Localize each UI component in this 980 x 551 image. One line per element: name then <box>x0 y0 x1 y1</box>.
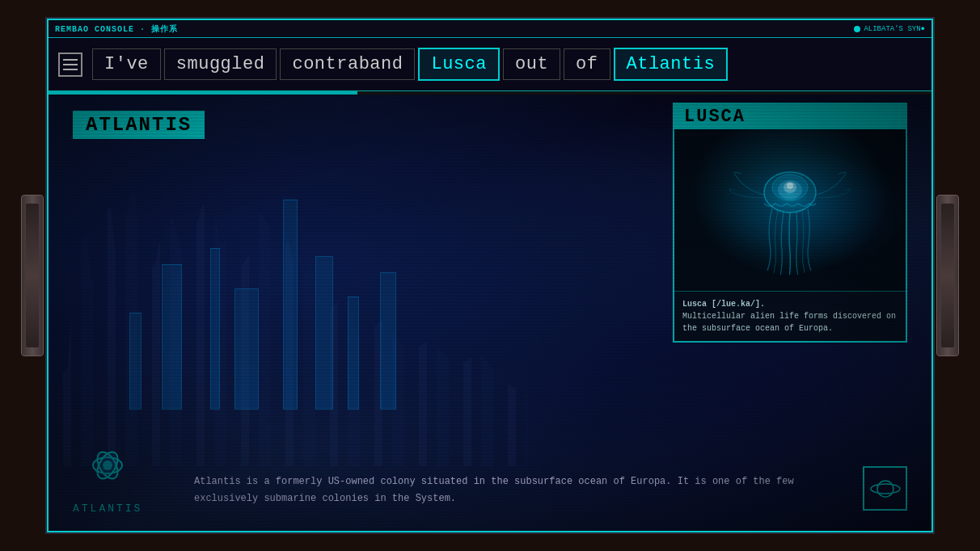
structure-2 <box>162 264 182 410</box>
structure-1 <box>129 313 142 410</box>
console: REMBAO CONSOLE · 操作系 ALIBATA'S SYN● I've… <box>47 19 933 532</box>
structure-6 <box>315 256 333 410</box>
status-dot <box>854 26 860 32</box>
lusca-pronunciation: Lusca [/lue.ka/]. <box>682 300 765 309</box>
status-bar: ALIBATA'S SYN● <box>854 25 925 33</box>
structure-4 <box>234 288 259 410</box>
atlantis-logo-text: ATLANTIS <box>73 503 142 515</box>
bottom-logo: ATLANTIS <box>73 433 142 515</box>
word-atlantis[interactable]: Atlantis <box>614 48 729 81</box>
sentence-bar: I've smuggled contraband Lusca out of At… <box>49 38 931 93</box>
svg-point-11 <box>871 484 900 494</box>
jellyfish-icon <box>725 145 855 275</box>
word-contraband[interactable]: contraband <box>280 48 415 80</box>
console-title: REMBAO CONSOLE · 操作系 <box>55 23 178 35</box>
word-of[interactable]: of <box>564 48 610 80</box>
word-smuggled[interactable]: smuggled <box>164 48 277 80</box>
lusca-card-image <box>674 129 906 291</box>
top-bar: REMBAO CONSOLE · 操作系 ALIBATA'S SYN● <box>49 20 931 38</box>
main-content: ATLANTIS LUSCA <box>49 95 931 531</box>
lusca-card-header: LUSCA <box>674 104 906 129</box>
word-lusca[interactable]: Lusca <box>418 48 500 81</box>
handle-right <box>936 195 959 356</box>
atlantis-label: ATLANTIS <box>73 111 205 139</box>
handle-left <box>21 195 44 356</box>
svg-point-9 <box>103 461 112 470</box>
structure-8 <box>380 272 396 410</box>
word-ive[interactable]: I've <box>92 48 161 80</box>
lusca-card-description: Lusca [/lue.ka/]. Multicellular alien li… <box>674 291 906 341</box>
structure-7 <box>348 297 359 410</box>
outer-frame: REMBAO CONSOLE · 操作系 ALIBATA'S SYN● I've… <box>45 17 935 534</box>
lusca-desc-text: Multicellular alien life forms discovere… <box>682 312 896 333</box>
atlantis-logo-icon <box>75 433 140 498</box>
svg-point-5 <box>787 183 793 189</box>
planet-svg <box>869 473 902 505</box>
word-out[interactable]: out <box>503 48 560 80</box>
atlantis-description: Atlantis is a formerly US-owned colony s… <box>194 473 834 507</box>
status-text: ALIBATA'S SYN● <box>864 25 925 33</box>
planet-icon-box <box>863 466 907 511</box>
menu-icon[interactable] <box>58 53 82 77</box>
structure-3 <box>210 248 220 410</box>
structure-5 <box>283 200 298 410</box>
lusca-card: LUSCA <box>673 103 907 343</box>
svg-point-10 <box>877 481 893 497</box>
